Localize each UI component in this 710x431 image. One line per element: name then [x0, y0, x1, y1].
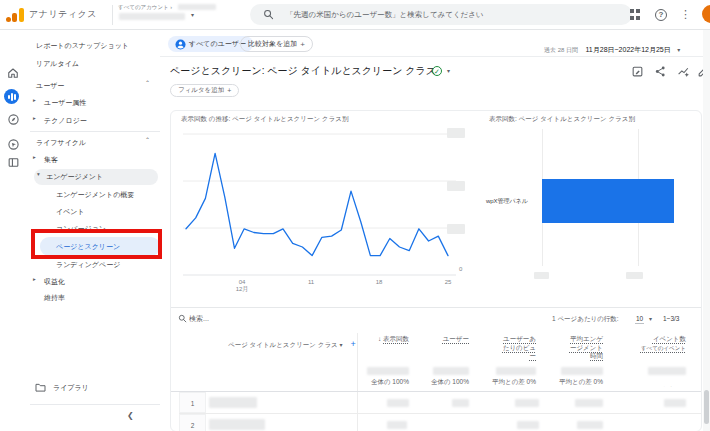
views-trend-line	[186, 153, 448, 255]
app-header: アナリティクス すべてのアカウント › ▾ ? ⋮	[0, 0, 710, 30]
chevron-down-icon: ▾	[191, 11, 194, 18]
column-header-views[interactable]: ↓ 表示回数	[369, 335, 409, 344]
table-search-icon	[178, 314, 187, 323]
nav-configure-icon[interactable]	[3, 152, 23, 172]
search-icon	[263, 9, 274, 20]
sidebar-item-acquisition[interactable]: 集客	[44, 153, 58, 166]
sidebar-item-report-snapshot[interactable]: レポートのスナップショット	[36, 39, 129, 52]
caret-down-icon[interactable]: ▾	[447, 67, 450, 74]
column-header-users[interactable]: ユーザー	[429, 335, 469, 344]
google-analytics-logo[interactable]	[6, 7, 26, 23]
total-value-redacted	[433, 367, 469, 375]
y-axis-label-redacted	[447, 181, 465, 191]
share-icon[interactable]	[654, 65, 667, 78]
nav-home-icon[interactable]	[3, 63, 23, 83]
cell-redacted	[387, 399, 409, 407]
x-axis-label-redacted	[534, 272, 549, 279]
total-value-redacted	[367, 367, 409, 375]
cell-redacted	[452, 399, 469, 407]
nav-reports-icon[interactable]	[4, 89, 19, 104]
chevron-up-icon[interactable]: ⌃	[145, 136, 150, 143]
user-icon	[175, 39, 186, 50]
avatar[interactable]	[702, 5, 710, 23]
global-search[interactable]	[250, 4, 632, 25]
sidebar-item-events[interactable]: イベント	[56, 205, 85, 218]
pagination-range: 1~3/3	[663, 315, 679, 322]
sidebar-divider	[30, 131, 160, 132]
total-value-redacted	[496, 367, 536, 375]
x-axis-tick: 04 12月	[232, 279, 252, 294]
sidebar-item-engagement-overview[interactable]: エンゲージメントの概要	[56, 188, 134, 201]
more-vert-icon[interactable]: ⋮	[680, 8, 691, 21]
sidebar-item-monetization[interactable]: 収益化	[44, 275, 65, 288]
column-header-views-per-user[interactable]: ユーザーあたりのビュー	[502, 335, 536, 361]
cell-redacted	[515, 399, 539, 407]
sidebar-item-retention[interactable]: 維持率	[44, 291, 65, 304]
cell-redacted	[664, 399, 686, 407]
date-range-value: 11月28日~2022年12月25日	[585, 46, 670, 53]
collapse-caret-icon: ▾	[37, 171, 40, 177]
global-search-input[interactable]	[284, 4, 614, 25]
sidebar-item-library[interactable]: ライブラリ	[53, 381, 89, 394]
sidebar-section-user[interactable]: ユーザー	[36, 79, 64, 92]
column-header-event-count[interactable]: イベント数 すべてのイベント	[640, 335, 686, 352]
nav-explore-icon[interactable]	[3, 109, 23, 129]
caret-down-icon[interactable]: ▾	[649, 315, 652, 322]
nav-advertising-icon[interactable]	[3, 134, 23, 154]
chevron-up-icon[interactable]: ⌃	[145, 79, 150, 86]
scrollbar-thumb[interactable]	[704, 390, 709, 424]
cell-redacted	[575, 399, 603, 407]
add-comparison-button[interactable]: 比較対象を追加 +	[240, 36, 313, 52]
page-title: ページとスクリーン: ページ タイトルとスクリーン クラス	[170, 64, 436, 78]
collapse-sidebar-icon[interactable]: ❮	[127, 411, 134, 420]
add-dimension-icon[interactable]: +	[350, 339, 355, 349]
sidebar-divider	[30, 404, 160, 405]
data-quality-check-icon[interactable]: ✓	[432, 66, 442, 76]
expand-caret-icon: ▸	[33, 115, 36, 121]
insights-icon[interactable]	[677, 65, 690, 78]
sidebar-item-engagement[interactable]: エンゲージメント	[46, 170, 103, 183]
total-value-redacted	[561, 367, 603, 375]
cell-redacted	[209, 397, 257, 408]
bar-wpx-admin-panel	[542, 179, 674, 223]
add-filter-button[interactable]: フィルタを追加 +	[170, 84, 239, 97]
x-axis-label-redacted	[626, 272, 643, 279]
breadcrumb-separator-icon: ›	[170, 4, 172, 10]
expand-caret-icon: ▸	[33, 154, 36, 160]
sidebar-item-technology[interactable]: テクノロジー	[44, 114, 87, 127]
page-scrollbar	[703, 30, 710, 431]
report-main: すべてのユーザー 比較対象を追加 + 過去 28 日間 11月28日~2022年…	[160, 30, 710, 431]
line-chart-canvas	[171, 126, 473, 296]
sidebar-item-realtime[interactable]: リアルタイム	[36, 57, 79, 70]
sidebar-item-conversions[interactable]: コンバージョン	[56, 222, 106, 235]
sort-desc-icon: ↓	[378, 335, 381, 342]
nav-rail: ⚙	[0, 30, 26, 431]
help-icon[interactable]: ?	[655, 9, 667, 21]
bar-chart-title: 表示回数: ページ タイトルとスクリーン クラス別	[489, 115, 635, 124]
column-header-avg-engagement-time[interactable]: 平均エンゲージメント時間	[569, 335, 603, 361]
cell-redacted	[517, 421, 539, 429]
date-range-picker[interactable]: 過去 28 日間 11月28日~2022年12月25日 ▾	[544, 38, 680, 56]
app-title: アナリティクス	[29, 8, 97, 21]
ga4-analytics-window: アナリティクス すべてのアカウント › ▾ ? ⋮	[0, 0, 710, 431]
apps-grid-icon[interactable]	[630, 9, 641, 20]
dimension-column-header[interactable]: ページ タイトルとスクリーン クラス ▾ +	[228, 339, 356, 350]
sidebar-item-pages-and-screens[interactable]: ページとスクリーン	[56, 240, 120, 253]
row-number: 2	[179, 414, 206, 431]
y-axis-label-redacted	[447, 224, 465, 234]
customize-report-icon[interactable]	[631, 65, 644, 78]
cell-redacted	[387, 421, 407, 429]
date-range-label: 過去 28 日間	[544, 47, 578, 53]
comparison-bar: すべてのユーザー 比較対象を追加 + 過去 28 日間 11月28日~2022年…	[160, 30, 710, 57]
account-name-redacted	[178, 4, 216, 10]
account-breadcrumb: すべてのアカウント	[118, 4, 169, 10]
sidebar-section-lifecycle[interactable]: ライフサイクル	[36, 136, 86, 149]
caret-down-icon[interactable]: ▾	[340, 342, 343, 348]
table-search-input[interactable]	[187, 311, 337, 325]
rows-per-page-select[interactable]: 10	[635, 315, 644, 324]
folder-icon	[35, 383, 46, 392]
sidebar-item-user-attributes[interactable]: ユーザー属性	[44, 96, 86, 109]
x-axis-tick: 11	[301, 279, 321, 285]
sidebar-item-landing-page[interactable]: ランディングページ	[56, 258, 120, 271]
plus-icon: +	[300, 40, 305, 49]
